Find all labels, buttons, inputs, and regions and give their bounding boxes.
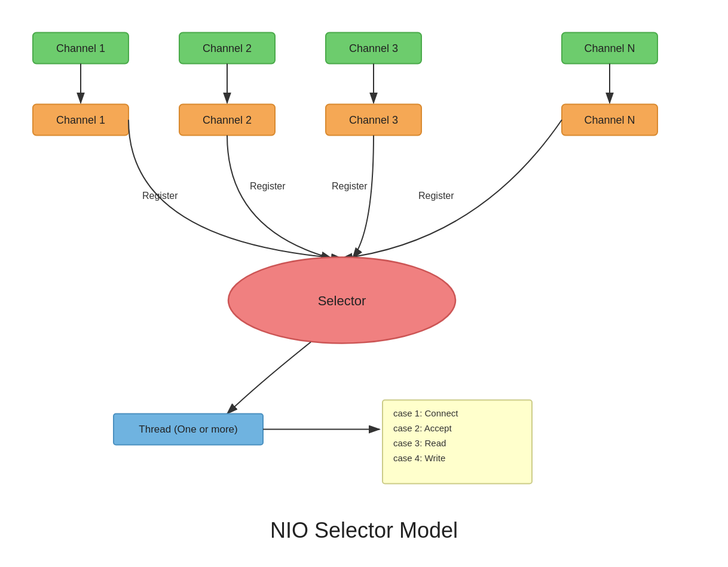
channelN-bottom-label: Channel N [584,114,635,126]
register-arrow-ch1 [129,120,342,259]
case4-label: case 4: Write [393,453,445,463]
thread-label: Thread (One or more) [139,424,237,435]
register-arrow-ch2 [227,136,332,259]
channel3-top-label: Channel 3 [349,42,398,54]
channel2-bottom-label: Channel 2 [203,114,252,126]
register-arrow-chN [342,120,562,259]
register-label-ch3: Register [332,181,368,191]
case3-label: case 3: Read [393,438,446,448]
register-arrow-ch3 [353,136,374,259]
register-label-chN: Register [418,191,454,201]
case1-label: case 1: Connect [393,408,458,418]
register-label-ch1: Register [142,191,178,201]
diagram-container: Channel 1 Channel 2 Channel 3 Channel N … [0,0,728,567]
page-title: NIO Selector Model [0,518,728,543]
channel1-top-label: Channel 1 [56,42,105,54]
selector-to-thread-arrow [227,342,311,414]
case2-label: case 2: Accept [393,423,452,433]
channel3-bottom-label: Channel 3 [349,114,398,126]
channel1-bottom-label: Channel 1 [56,114,105,126]
channelN-top-label: Channel N [584,42,635,54]
selector-label: Selector [318,293,366,308]
diagram-svg: Channel 1 Channel 2 Channel 3 Channel N … [0,0,728,567]
register-label-ch2: Register [250,181,286,191]
channel2-top-label: Channel 2 [203,42,252,54]
